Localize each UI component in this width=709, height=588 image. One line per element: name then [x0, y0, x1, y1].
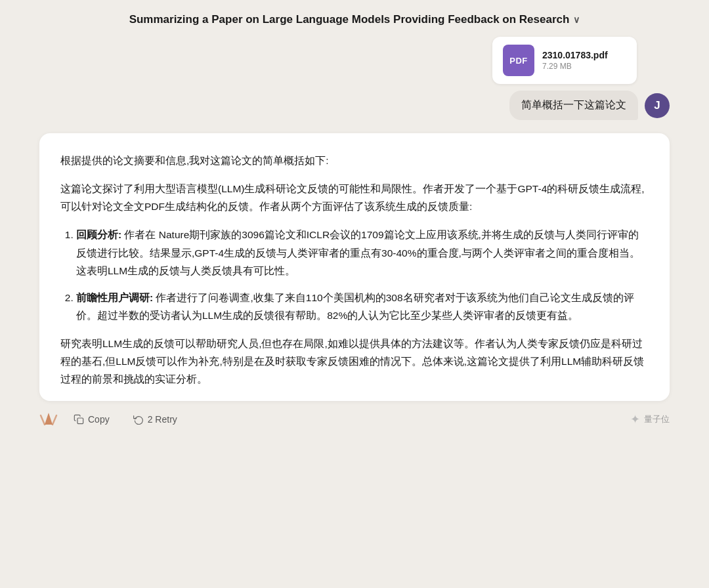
- response-intro: 根据提供的论文摘要和信息,我对这篇论文的简单概括如下:: [60, 152, 649, 169]
- copy-button[interactable]: Copy: [62, 409, 121, 430]
- response-conclusion: 研究表明LLM生成的反馈可以帮助研究人员,但也存在局限,如难以提供具体的方法建议…: [60, 335, 649, 388]
- retry-label: 2 Retry: [148, 414, 177, 425]
- point-1-title: 回顾分析:: [76, 229, 121, 240]
- avatar: J: [645, 93, 670, 118]
- pdf-filesize: 7.29 MB: [542, 62, 608, 71]
- action-bar: Copy 2 Retry ✦ 量子位: [20, 401, 689, 440]
- pdf-filename: 2310.01783.pdf: [542, 50, 608, 60]
- action-bar-left: Copy 2 Retry: [39, 409, 189, 430]
- user-bubble: 简单概括一下这篇论文: [509, 91, 638, 120]
- point-2-title: 前瞻性用户调研:: [76, 292, 153, 303]
- copy-label: Copy: [88, 414, 110, 425]
- list-item: 前瞻性用户调研: 作者进行了问卷调查,收集了来自110个美国机构的308名研究者…: [76, 289, 649, 324]
- response-overview: 这篇论文探讨了利用大型语言模型(LLM)生成科研论文反馈的可能性和局限性。作者开…: [60, 180, 649, 215]
- list-item: 回顾分析: 作者在 Nature期刊家族的3096篇论文和ICLR会议的1709…: [76, 226, 649, 279]
- svg-rect-0: [77, 418, 83, 424]
- content-area: PDF 2310.01783.pdf 7.29 MB 简单概括一下这篇论文 J …: [20, 37, 689, 401]
- anthropic-logo: [39, 410, 58, 429]
- action-buttons: Copy 2 Retry: [62, 409, 189, 430]
- retry-button[interactable]: 2 Retry: [121, 409, 189, 430]
- watermark-text: 量子位: [644, 413, 670, 425]
- point-1-text: 作者在 Nature期刊家族的3096篇论文和ICLR会议的1709篇论文上应用…: [76, 229, 640, 276]
- header: Summarizing a Paper on Large Language Mo…: [0, 0, 709, 37]
- user-message-row: 简单概括一下这篇论文 J: [39, 91, 670, 120]
- ai-response-card: 根据提供的论文摘要和信息,我对这篇论文的简单概括如下: 这篇论文探讨了利用大型语…: [39, 133, 670, 401]
- retry-icon: [133, 414, 144, 425]
- wechat-icon: ✦: [630, 412, 640, 427]
- watermark: ✦ 量子位: [630, 412, 670, 427]
- attachment-row: PDF 2310.01783.pdf 7.29 MB: [39, 37, 670, 84]
- title-text: Summarizing a Paper on Large Language Mo…: [129, 13, 570, 26]
- response-points-list: 回顾分析: 作者在 Nature期刊家族的3096篇论文和ICLR会议的1709…: [60, 226, 649, 324]
- copy-icon: [74, 414, 84, 425]
- anthropic-logo-icon: [39, 410, 58, 429]
- pdf-attachment[interactable]: PDF 2310.01783.pdf 7.29 MB: [492, 37, 637, 84]
- chevron-down-icon[interactable]: ∨: [573, 14, 580, 25]
- pdf-info: 2310.01783.pdf 7.29 MB: [542, 50, 608, 71]
- pdf-icon: PDF: [503, 45, 534, 76]
- page-title[interactable]: Summarizing a Paper on Large Language Mo…: [129, 13, 580, 26]
- point-2-text: 作者进行了问卷调查,收集了来自110个美国机构的308名研究者对于该系统为他们自…: [76, 292, 634, 321]
- user-message-text: 简单概括一下这篇论文: [521, 99, 626, 110]
